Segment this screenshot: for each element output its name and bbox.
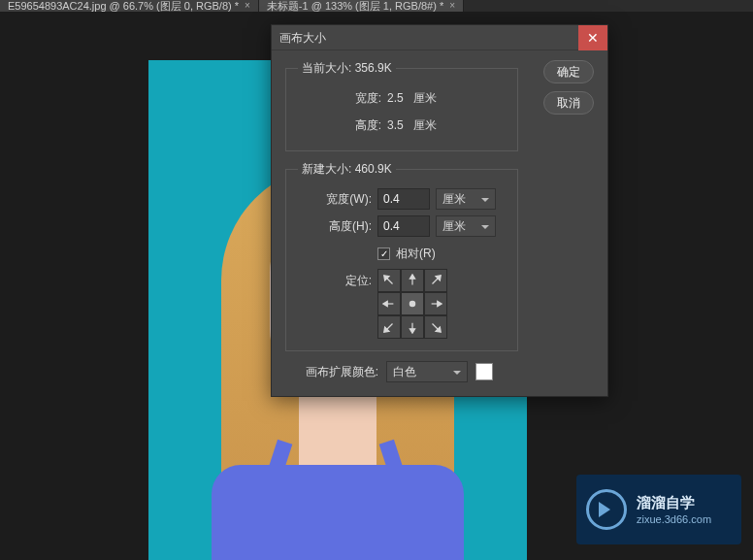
width-unit-select[interactable]: 厘米 bbox=[436, 188, 496, 210]
height-input[interactable] bbox=[377, 215, 430, 237]
document-tab[interactable]: 未标题-1 @ 133% (图层 1, RGB/8#) * × bbox=[259, 0, 464, 12]
ok-button[interactable]: 确定 bbox=[543, 60, 594, 83]
cancel-button[interactable]: 取消 bbox=[543, 91, 594, 115]
document-tab[interactable]: E59654893AC24.jpg @ 66.7% (图层 0, RGB/8) … bbox=[0, 0, 259, 12]
current-width-value: 2.5 bbox=[387, 91, 404, 105]
anchor-e[interactable] bbox=[424, 292, 447, 315]
anchor-nw[interactable] bbox=[377, 269, 401, 292]
svg-marker-3 bbox=[409, 275, 414, 279]
anchor-label: 定位: bbox=[298, 269, 372, 289]
svg-marker-7 bbox=[383, 301, 387, 306]
new-size-group: 新建大小: 460.9K 宽度(W): 厘米 高度(H): 厘米 ✓ 相对(R) bbox=[285, 161, 518, 351]
height-unit-select[interactable]: 厘米 bbox=[436, 215, 496, 237]
new-width-label: 宽度(W): bbox=[298, 191, 372, 208]
dialog-close-button[interactable]: ✕ bbox=[578, 25, 607, 50]
play-icon bbox=[586, 489, 627, 530]
watermark: 溜溜自学 zixue.3d66.com bbox=[576, 475, 741, 544]
anchor-ne[interactable] bbox=[424, 269, 447, 292]
anchor-center[interactable] bbox=[401, 292, 424, 315]
tab-label: 未标题-1 @ 133% (图层 1, RGB/8#) * bbox=[267, 1, 443, 11]
extension-color-swatch[interactable] bbox=[475, 363, 493, 380]
svg-marker-14 bbox=[409, 329, 414, 333]
anchor-grid bbox=[377, 269, 447, 339]
anchor-w[interactable] bbox=[377, 292, 401, 315]
anchor-sw[interactable] bbox=[377, 315, 401, 339]
close-icon: ✕ bbox=[587, 30, 599, 46]
anchor-s[interactable] bbox=[401, 315, 424, 339]
document-tabbar: E59654893AC24.jpg @ 66.7% (图层 0, RGB/8) … bbox=[0, 0, 753, 12]
new-height-label: 高度(H): bbox=[298, 218, 372, 235]
new-size-legend: 新建大小: 460.9K bbox=[298, 161, 396, 178]
width-input[interactable] bbox=[377, 188, 430, 210]
current-height-unit: 厘米 bbox=[413, 117, 437, 134]
close-icon[interactable]: × bbox=[449, 1, 455, 11]
anchor-se[interactable] bbox=[424, 315, 447, 339]
close-icon[interactable]: × bbox=[245, 1, 250, 11]
extension-color-select[interactable]: 白色 bbox=[386, 361, 468, 382]
relative-checkbox[interactable]: ✓ bbox=[377, 247, 390, 260]
svg-marker-10 bbox=[438, 301, 442, 306]
tab-label: E59654893AC24.jpg @ 66.7% (图层 0, RGB/8) … bbox=[8, 1, 239, 11]
relative-label: 相对(R) bbox=[396, 246, 436, 262]
watermark-sub: zixue.3d66.com bbox=[637, 512, 711, 526]
workspace: 画布大小 ✕ 确定 取消 当前大小: 356.9K 宽度: 2.5 厘米 高度:… bbox=[0, 12, 753, 560]
current-height-value: 3.5 bbox=[387, 118, 404, 132]
anchor-n[interactable] bbox=[401, 269, 424, 292]
current-height-label: 高度: bbox=[298, 117, 381, 134]
current-size-group: 当前大小: 356.9K 宽度: 2.5 厘米 高度: 3.5 厘米 bbox=[285, 60, 518, 151]
watermark-title: 溜溜自学 bbox=[637, 493, 711, 512]
canvas-size-dialog: 画布大小 ✕ 确定 取消 当前大小: 356.9K 宽度: 2.5 厘米 高度:… bbox=[271, 24, 608, 397]
dialog-title: 画布大小 bbox=[279, 25, 326, 50]
current-width-label: 宽度: bbox=[298, 90, 381, 107]
extension-color-label: 画布扩展颜色: bbox=[285, 364, 378, 380]
current-size-legend: 当前大小: 356.9K bbox=[298, 60, 396, 77]
svg-point-8 bbox=[409, 301, 414, 306]
current-width-unit: 厘米 bbox=[413, 90, 437, 107]
dialog-titlebar[interactable]: 画布大小 bbox=[272, 25, 607, 50]
